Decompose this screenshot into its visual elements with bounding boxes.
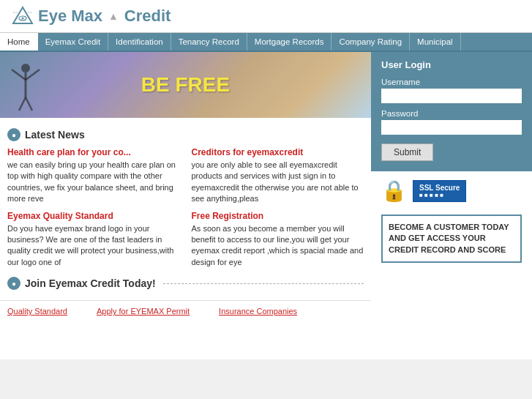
ssl-box: 🔒 SSL Secure ■ ■ ■ ■ ■ [371, 171, 532, 210]
cta-box: BECOME A CUSTOMER TODAY AND GET ACCESS Y… [381, 215, 522, 263]
logo-credit: Credit [124, 7, 171, 26]
svg-point-2 [22, 18, 24, 20]
ssl-sublabel: ■ ■ ■ ■ ■ [419, 192, 460, 198]
join-icon: ● [7, 277, 20, 290]
footer-link-permit[interactable]: Apply for EYEMAX Permit [97, 307, 190, 316]
join-divider [163, 283, 364, 284]
password-input[interactable] [381, 120, 522, 135]
news-title-3[interactable]: Free Registration [192, 211, 364, 221]
banner-text: BE FREE [141, 73, 230, 97]
news-body-0: we can easily bring up your health care … [7, 160, 180, 205]
footer-link-quality[interactable]: Quality Standard [7, 307, 67, 316]
login-title: User Login [381, 59, 522, 70]
join-section: ● Join Eyemax Credit Today! [0, 272, 371, 294]
news-item-1: Creditors for eyemaxcredit you are only … [192, 147, 364, 205]
nav-item-mortgage-records[interactable]: Mortgage Records [247, 33, 332, 51]
latest-news-section: ● Latest News Health care plan for your … [0, 124, 371, 272]
svg-point-5 [21, 64, 30, 72]
submit-button[interactable]: Submit [381, 143, 433, 161]
nav-item-tenancy-record[interactable]: Tenancy Record [171, 33, 247, 51]
user-login-box: User Login Username Password Submit [371, 52, 532, 171]
news-grid: Health care plan for your co... we can e… [7, 147, 364, 268]
banner-figure [7, 59, 44, 118]
username-input[interactable] [381, 89, 522, 103]
nav-item-identification[interactable]: Identification [108, 33, 171, 51]
latest-news-title: ● Latest News [7, 128, 364, 141]
join-label: Join Eyemax Credit Today! [25, 277, 156, 289]
news-item-0: Health care plan for your co... we can e… [7, 147, 180, 205]
banner: BE FREE [0, 52, 371, 118]
logo-icon [12, 6, 34, 26]
main-layout: BE FREE ● Latest News Health care plan f… [0, 52, 532, 359]
logo-text-eyemax: Eye [38, 7, 67, 26]
news-icon: ● [7, 128, 20, 141]
news-item-3: Free Registration As soon as you become … [192, 211, 364, 269]
svg-marker-0 [13, 7, 32, 23]
password-label: Password [381, 109, 522, 118]
username-label: Username [381, 78, 522, 86]
news-body-2: Do you have eyemax brand logo in your bu… [7, 223, 180, 269]
ssl-label: SSL Secure [419, 184, 460, 192]
content-area: BE FREE ● Latest News Health care plan f… [0, 52, 371, 359]
news-title-1[interactable]: Creditors for eyemaxcredit [192, 147, 364, 157]
header: EyeMax ▲ Credit [0, 0, 532, 33]
cta-text: BECOME A CUSTOMER TODAY AND GET ACCESS Y… [389, 223, 509, 254]
news-item-2: Eyemax Quality Standard Do you have eyem… [7, 211, 180, 269]
logo-text-max: Max [71, 7, 102, 26]
svg-line-9 [19, 97, 26, 111]
nav-item-company-rating[interactable]: Company Rating [331, 33, 410, 51]
news-body-3: As soon as you become a member you will … [192, 223, 364, 269]
svg-line-10 [26, 97, 32, 111]
ssl-badge: SSL Secure ■ ■ ■ ■ ■ [413, 180, 466, 202]
nav-item-eyemax-credit[interactable]: Eyemax Credit [38, 33, 108, 51]
footer-link-insurance[interactable]: Insurance Companies [219, 307, 297, 316]
logo-separator: ▲ [108, 10, 119, 22]
lock-icon: 🔒 [381, 179, 407, 203]
news-title-0[interactable]: Health care plan for your co... [7, 147, 180, 157]
sidebar: User Login Username Password Submit 🔒 SS… [371, 52, 532, 359]
footer-links: Quality Standard Apply for EYEMAX Permit… [0, 300, 371, 321]
news-body-1: you are only able to see all eyemaxcredi… [192, 160, 364, 205]
nav-item-home[interactable]: Home [0, 33, 38, 51]
news-title-2[interactable]: Eyemax Quality Standard [7, 211, 180, 221]
nav-item-municipal[interactable]: Municipal [410, 33, 461, 51]
nav-bar: Home Eyemax Credit Identification Tenanc… [0, 33, 532, 52]
